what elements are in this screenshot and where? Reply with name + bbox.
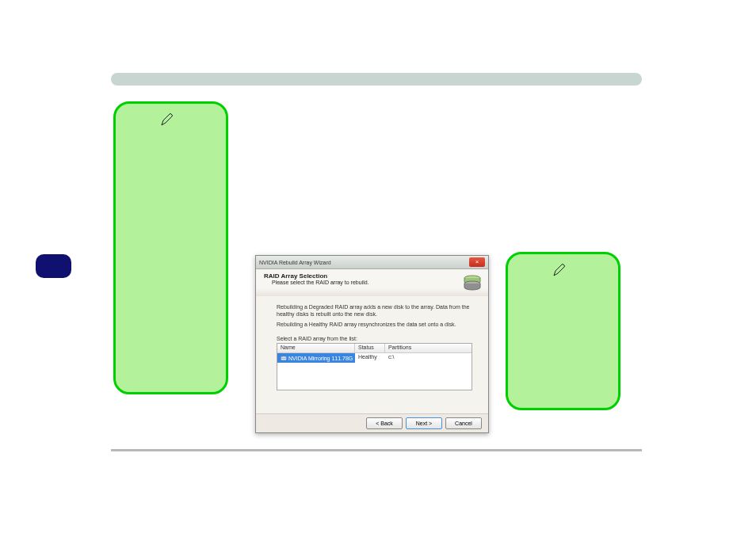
raid-array-list[interactable]: Name Status Partitions NVIDIA Mirroring … <box>277 343 472 390</box>
cell-status: Healthy <box>355 353 385 363</box>
page-side-tab <box>36 254 71 278</box>
dialog-titlebar[interactable]: NVIDIA Rebuild Array Wizard × <box>256 256 488 269</box>
rebuild-array-wizard-dialog: NVIDIA Rebuild Array Wizard × RAID Array… <box>255 255 489 433</box>
pen-icon <box>159 113 174 131</box>
disk-stack-icon <box>463 274 482 291</box>
dialog-body: Rebuilding a Degraded RAID array adds a … <box>256 296 488 394</box>
page-footer-bar <box>111 449 642 451</box>
mirror-disk-icon <box>281 356 287 361</box>
svg-point-3 <box>281 356 286 359</box>
column-header-status[interactable]: Status <box>355 344 385 352</box>
pen-icon <box>552 264 566 282</box>
list-label: Select a RAID array from the list: <box>277 336 472 341</box>
dialog-footer: < Back Next > Cancel <box>256 413 488 432</box>
cell-name: NVIDIA Mirroring 111.78G <box>277 353 355 363</box>
cell-name-text: NVIDIA Mirroring 111.78G <box>288 356 353 361</box>
body-paragraph-1: Rebuilding a Degraded RAID array adds a … <box>277 304 472 318</box>
cell-partitions: c:\ <box>385 353 472 363</box>
column-header-name[interactable]: Name <box>277 344 355 352</box>
next-button[interactable]: Next > <box>406 417 442 429</box>
page-header-bar <box>111 73 642 86</box>
table-header: Name Status Partitions <box>277 344 472 353</box>
cancel-button[interactable]: Cancel <box>445 417 482 429</box>
table-row[interactable]: NVIDIA Mirroring 111.78G Healthy c:\ <box>277 353 472 363</box>
callout-box-left <box>113 101 228 394</box>
dialog-header: RAID Array Selection Please select the R… <box>256 269 488 296</box>
close-button[interactable]: × <box>469 257 485 267</box>
callout-box-right <box>506 252 620 410</box>
close-icon: × <box>475 258 479 265</box>
dialog-heading: RAID Array Selection <box>264 272 480 280</box>
column-header-partitions[interactable]: Partitions <box>385 344 472 352</box>
dialog-subheading: Please select the RAID array to rebuild. <box>264 280 480 285</box>
back-button[interactable]: < Back <box>366 417 403 429</box>
dialog-window-title: NVIDIA Rebuild Array Wizard <box>259 260 331 265</box>
body-paragraph-2: Rebuilding a Healthy RAID array resynchr… <box>277 322 472 329</box>
